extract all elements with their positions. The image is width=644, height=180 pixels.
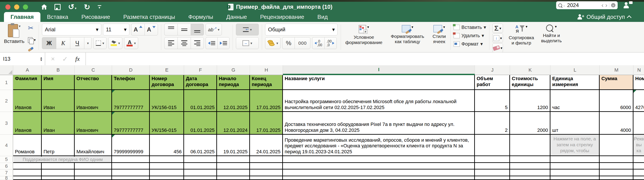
align-right-button[interactable] (191, 37, 204, 49)
column-header-C[interactable]: C (75, 65, 112, 75)
cell-C4[interactable]: Михайлович (75, 135, 112, 156)
cell-E1[interactable]: Номер договора (150, 75, 184, 90)
column-header-F[interactable]: F (184, 65, 217, 75)
insert-function-icon[interactable]: fx (75, 55, 80, 62)
cell-L1[interactable]: Единица измерения (550, 75, 600, 90)
sort-filter-button[interactable]: АЯ▾ Сортировка и фильтр (508, 24, 535, 46)
cell-H7[interactable] (250, 170, 283, 176)
cell-J5[interactable] (475, 156, 510, 163)
cell-C2[interactable]: Иванович (75, 90, 112, 112)
cell-N5[interactable] (634, 156, 644, 163)
customize-toolbar-icon[interactable]: ▾ (98, 5, 101, 9)
previous-match-icon[interactable]: ‹ (602, 2, 603, 8)
delete-cells-button[interactable]: Удалить▾ (454, 32, 486, 39)
cell-I7[interactable] (283, 170, 475, 176)
cell-A3[interactable]: Иванов (13, 112, 42, 135)
find-select-button[interactable]: ▾ Найти и выделить (540, 24, 563, 44)
cell-D3[interactable]: 79777777777 (112, 112, 150, 135)
column-header-K[interactable]: K (510, 65, 550, 75)
cell-K5[interactable] (510, 156, 550, 163)
orientation-caret-icon[interactable]: ▾ (218, 28, 220, 32)
row-header-5[interactable]: 5 (0, 156, 13, 163)
cell-K4[interactable] (510, 135, 550, 156)
orientation-button[interactable]: ab↗▾ (206, 24, 222, 35)
paste-caret-icon[interactable]: ▾ (19, 24, 21, 28)
cell-H1[interactable]: Конец периода (250, 75, 283, 90)
cell-A7[interactable] (13, 170, 42, 176)
cell-A8[interactable] (13, 176, 42, 180)
cell-styles-button[interactable]: ▾ Стили ячеек (431, 24, 447, 45)
cell-H4[interactable]: 24.01.2025 (250, 135, 283, 156)
cell-E8[interactable] (150, 176, 184, 180)
cell-H2[interactable]: 17.01.2025 (250, 90, 283, 112)
tab-formuly[interactable]: Формулы (182, 12, 220, 22)
cell-F1[interactable]: Дата договора (184, 75, 217, 90)
cell-J8[interactable] (475, 176, 510, 180)
home-icon[interactable] (41, 4, 47, 10)
redo-icon[interactable]: ↻ (84, 4, 90, 10)
user-avatar[interactable] (623, 2, 630, 9)
wrap-text-caret-icon[interactable]: ▾ (250, 28, 252, 32)
cell-G2[interactable]: 12.01.2025 (217, 90, 250, 112)
column-header-D[interactable]: D (112, 65, 150, 75)
cell-C3[interactable]: Иванович (75, 112, 112, 135)
cell-N7[interactable] (634, 170, 644, 176)
confirm-icon[interactable]: ✓ (62, 55, 68, 63)
column-header-M[interactable]: M (600, 65, 634, 75)
cell-E2[interactable]: УК/156-015 (150, 90, 184, 112)
cell-H5[interactable] (250, 156, 283, 163)
cell-D6[interactable] (112, 163, 150, 170)
cell-L2[interactable]: час (550, 90, 600, 112)
cell-F5[interactable] (184, 156, 217, 163)
cell-B1[interactable]: Имя (42, 75, 75, 90)
conditional-formatting-button[interactable]: ≠▾ Условное форматирование (344, 24, 384, 46)
row-header-6[interactable]: 6 (0, 163, 13, 170)
copy-caret-icon[interactable]: ▾ (34, 38, 36, 42)
column-header-N[interactable]: N (634, 65, 644, 75)
cell-L8[interactable] (550, 176, 600, 180)
merge-cells-button[interactable]: ↔▾ (236, 37, 259, 49)
cell-I2[interactable]: Настройка программного обеспечения Micro… (283, 90, 475, 112)
collapse-ribbon-icon[interactable] (627, 15, 632, 20)
cell-M5[interactable] (600, 156, 634, 163)
cell-N8[interactable] (634, 176, 644, 180)
currency-caret-icon[interactable]: ▾ (276, 41, 278, 45)
cell-G4[interactable]: 19.01.2025 (217, 135, 250, 156)
italic-button[interactable]: К (56, 37, 70, 49)
cell-G1[interactable]: Начало периода (217, 75, 250, 90)
name-box[interactable]: I13 ▲▼ (0, 53, 45, 65)
cell-K8[interactable] (510, 176, 550, 180)
cell-C6[interactable] (75, 163, 112, 170)
save-icon[interactable] (54, 4, 60, 10)
fill-color-button[interactable]: ▾ (108, 37, 122, 49)
cell-H3[interactable]: 17.01.2025 (250, 112, 283, 135)
cell-F4[interactable]: 06.01.2025 (184, 135, 217, 156)
cell-G5[interactable] (217, 156, 250, 163)
cell-B4[interactable]: Петр (42, 135, 75, 156)
align-center-button[interactable] (178, 37, 191, 49)
format-painter-icon[interactable] (28, 47, 34, 52)
clear-search-icon[interactable]: × (611, 3, 616, 7)
align-bottom-button[interactable] (191, 24, 204, 35)
cell-C8[interactable] (75, 176, 112, 180)
tab-vstavka[interactable]: Вставка (40, 12, 75, 22)
tab-vid[interactable]: Вид (311, 12, 334, 22)
tab-risovanie[interactable]: Рисование (75, 12, 117, 22)
cell-I6[interactable] (283, 163, 475, 170)
decrease-font-button[interactable]: А (144, 24, 158, 35)
cell-E3[interactable]: УК/156-015 (150, 112, 184, 135)
align-middle-button[interactable] (178, 24, 191, 35)
bold-button[interactable]: Ж (42, 37, 56, 49)
cell-D1[interactable]: Телефон (112, 75, 150, 90)
column-header-G[interactable]: G (217, 65, 250, 75)
fill-button[interactable]: ↓▾ (492, 33, 503, 43)
autosum-button[interactable]: Σ▾ (492, 24, 503, 33)
cell-J4[interactable] (475, 135, 510, 156)
cell-D5[interactable] (112, 156, 150, 163)
cell-F3[interactable]: 01.01.2025 (184, 112, 217, 135)
cs-caret-icon[interactable]: ▾ (443, 25, 445, 32)
cell-K6[interactable] (510, 163, 550, 170)
tab-dannye[interactable]: Данные (220, 12, 254, 22)
cell-K1[interactable]: Стоимость единицы (510, 75, 550, 90)
cell-I5[interactable] (283, 156, 475, 163)
